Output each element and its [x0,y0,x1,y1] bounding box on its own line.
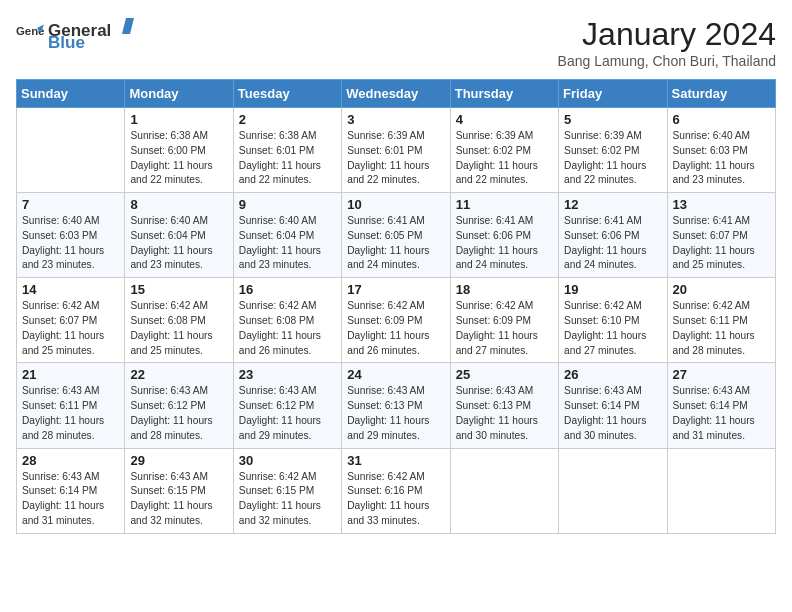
day-header-saturday: Saturday [667,80,775,108]
day-number: 15 [130,282,227,297]
calendar-table: SundayMondayTuesdayWednesdayThursdayFrid… [16,79,776,534]
cell-sun-info: Sunrise: 6:41 AM Sunset: 6:07 PM Dayligh… [673,214,770,273]
cell-sun-info: Sunrise: 6:43 AM Sunset: 6:12 PM Dayligh… [239,384,336,443]
cell-sun-info: Sunrise: 6:39 AM Sunset: 6:02 PM Dayligh… [456,129,553,188]
calendar-week-row: 14Sunrise: 6:42 AM Sunset: 6:07 PM Dayli… [17,278,776,363]
day-number: 2 [239,112,336,127]
day-number: 24 [347,367,444,382]
day-number: 3 [347,112,444,127]
day-number: 5 [564,112,661,127]
page-header: General General Blue January 2024 Bang L… [16,16,776,69]
logo-wave-icon [112,16,134,36]
day-header-tuesday: Tuesday [233,80,341,108]
month-year-title: January 2024 [558,16,776,53]
cell-sun-info: Sunrise: 6:43 AM Sunset: 6:14 PM Dayligh… [673,384,770,443]
day-number: 28 [22,453,119,468]
day-number: 1 [130,112,227,127]
cell-sun-info: Sunrise: 6:40 AM Sunset: 6:04 PM Dayligh… [130,214,227,273]
location-subtitle: Bang Lamung, Chon Buri, Thailand [558,53,776,69]
day-header-wednesday: Wednesday [342,80,450,108]
cell-sun-info: Sunrise: 6:42 AM Sunset: 6:11 PM Dayligh… [673,299,770,358]
calendar-cell: 16Sunrise: 6:42 AM Sunset: 6:08 PM Dayli… [233,278,341,363]
day-number: 18 [456,282,553,297]
day-number: 4 [456,112,553,127]
calendar-week-row: 1Sunrise: 6:38 AM Sunset: 6:00 PM Daylig… [17,108,776,193]
calendar-cell: 18Sunrise: 6:42 AM Sunset: 6:09 PM Dayli… [450,278,558,363]
calendar-cell: 29Sunrise: 6:43 AM Sunset: 6:15 PM Dayli… [125,448,233,533]
calendar-week-row: 7Sunrise: 6:40 AM Sunset: 6:03 PM Daylig… [17,193,776,278]
calendar-cell: 27Sunrise: 6:43 AM Sunset: 6:14 PM Dayli… [667,363,775,448]
day-number: 23 [239,367,336,382]
day-number: 11 [456,197,553,212]
cell-sun-info: Sunrise: 6:43 AM Sunset: 6:14 PM Dayligh… [22,470,119,529]
calendar-cell [450,448,558,533]
cell-sun-info: Sunrise: 6:39 AM Sunset: 6:02 PM Dayligh… [564,129,661,188]
cell-sun-info: Sunrise: 6:43 AM Sunset: 6:13 PM Dayligh… [347,384,444,443]
calendar-cell: 8Sunrise: 6:40 AM Sunset: 6:04 PM Daylig… [125,193,233,278]
cell-sun-info: Sunrise: 6:43 AM Sunset: 6:12 PM Dayligh… [130,384,227,443]
day-header-sunday: Sunday [17,80,125,108]
day-number: 25 [456,367,553,382]
cell-sun-info: Sunrise: 6:42 AM Sunset: 6:15 PM Dayligh… [239,470,336,529]
calendar-cell: 10Sunrise: 6:41 AM Sunset: 6:05 PM Dayli… [342,193,450,278]
calendar-cell: 31Sunrise: 6:42 AM Sunset: 6:16 PM Dayli… [342,448,450,533]
calendar-cell: 13Sunrise: 6:41 AM Sunset: 6:07 PM Dayli… [667,193,775,278]
calendar-cell: 26Sunrise: 6:43 AM Sunset: 6:14 PM Dayli… [559,363,667,448]
cell-sun-info: Sunrise: 6:43 AM Sunset: 6:13 PM Dayligh… [456,384,553,443]
day-number: 7 [22,197,119,212]
calendar-cell: 28Sunrise: 6:43 AM Sunset: 6:14 PM Dayli… [17,448,125,533]
calendar-cell: 5Sunrise: 6:39 AM Sunset: 6:02 PM Daylig… [559,108,667,193]
calendar-cell: 17Sunrise: 6:42 AM Sunset: 6:09 PM Dayli… [342,278,450,363]
calendar-cell: 9Sunrise: 6:40 AM Sunset: 6:04 PM Daylig… [233,193,341,278]
logo: General General Blue [16,16,135,53]
calendar-week-row: 21Sunrise: 6:43 AM Sunset: 6:11 PM Dayli… [17,363,776,448]
calendar-cell: 19Sunrise: 6:42 AM Sunset: 6:10 PM Dayli… [559,278,667,363]
cell-sun-info: Sunrise: 6:39 AM Sunset: 6:01 PM Dayligh… [347,129,444,188]
cell-sun-info: Sunrise: 6:38 AM Sunset: 6:01 PM Dayligh… [239,129,336,188]
cell-sun-info: Sunrise: 6:41 AM Sunset: 6:05 PM Dayligh… [347,214,444,273]
cell-sun-info: Sunrise: 6:43 AM Sunset: 6:14 PM Dayligh… [564,384,661,443]
day-number: 17 [347,282,444,297]
calendar-cell: 2Sunrise: 6:38 AM Sunset: 6:01 PM Daylig… [233,108,341,193]
calendar-cell [667,448,775,533]
day-number: 14 [22,282,119,297]
calendar-cell: 22Sunrise: 6:43 AM Sunset: 6:12 PM Dayli… [125,363,233,448]
calendar-cell: 30Sunrise: 6:42 AM Sunset: 6:15 PM Dayli… [233,448,341,533]
cell-sun-info: Sunrise: 6:43 AM Sunset: 6:15 PM Dayligh… [130,470,227,529]
calendar-cell [17,108,125,193]
day-header-monday: Monday [125,80,233,108]
day-number: 12 [564,197,661,212]
calendar-cell: 12Sunrise: 6:41 AM Sunset: 6:06 PM Dayli… [559,193,667,278]
day-number: 9 [239,197,336,212]
day-number: 20 [673,282,770,297]
cell-sun-info: Sunrise: 6:40 AM Sunset: 6:03 PM Dayligh… [22,214,119,273]
cell-sun-info: Sunrise: 6:40 AM Sunset: 6:03 PM Dayligh… [673,129,770,188]
cell-sun-info: Sunrise: 6:42 AM Sunset: 6:08 PM Dayligh… [130,299,227,358]
title-block: January 2024 Bang Lamung, Chon Buri, Tha… [558,16,776,69]
day-number: 27 [673,367,770,382]
logo-icon: General [16,21,44,49]
cell-sun-info: Sunrise: 6:41 AM Sunset: 6:06 PM Dayligh… [456,214,553,273]
day-header-friday: Friday [559,80,667,108]
calendar-cell: 21Sunrise: 6:43 AM Sunset: 6:11 PM Dayli… [17,363,125,448]
cell-sun-info: Sunrise: 6:42 AM Sunset: 6:09 PM Dayligh… [456,299,553,358]
day-number: 8 [130,197,227,212]
cell-sun-info: Sunrise: 6:43 AM Sunset: 6:11 PM Dayligh… [22,384,119,443]
day-number: 21 [22,367,119,382]
calendar-cell: 15Sunrise: 6:42 AM Sunset: 6:08 PM Dayli… [125,278,233,363]
calendar-cell: 20Sunrise: 6:42 AM Sunset: 6:11 PM Dayli… [667,278,775,363]
cell-sun-info: Sunrise: 6:42 AM Sunset: 6:08 PM Dayligh… [239,299,336,358]
day-number: 29 [130,453,227,468]
cell-sun-info: Sunrise: 6:42 AM Sunset: 6:09 PM Dayligh… [347,299,444,358]
cell-sun-info: Sunrise: 6:40 AM Sunset: 6:04 PM Dayligh… [239,214,336,273]
day-number: 30 [239,453,336,468]
day-number: 22 [130,367,227,382]
day-number: 31 [347,453,444,468]
day-number: 16 [239,282,336,297]
calendar-cell: 23Sunrise: 6:43 AM Sunset: 6:12 PM Dayli… [233,363,341,448]
calendar-cell: 14Sunrise: 6:42 AM Sunset: 6:07 PM Dayli… [17,278,125,363]
cell-sun-info: Sunrise: 6:38 AM Sunset: 6:00 PM Dayligh… [130,129,227,188]
day-number: 13 [673,197,770,212]
calendar-cell: 7Sunrise: 6:40 AM Sunset: 6:03 PM Daylig… [17,193,125,278]
calendar-cell: 4Sunrise: 6:39 AM Sunset: 6:02 PM Daylig… [450,108,558,193]
